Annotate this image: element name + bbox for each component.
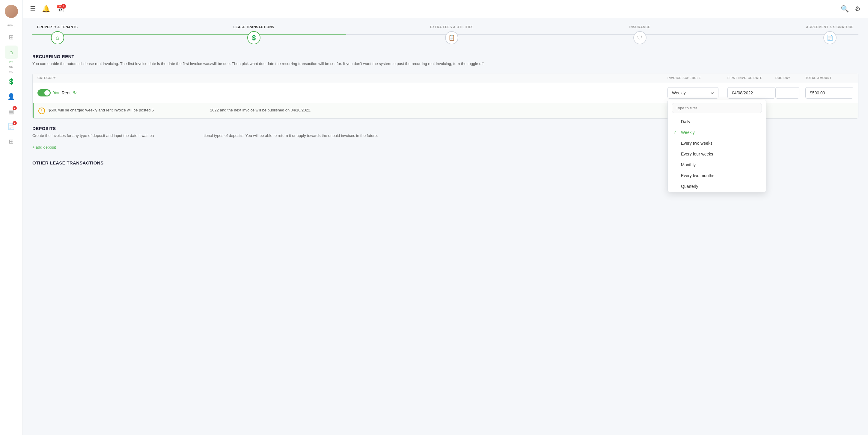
- sidebar-item-reports[interactable]: ▤ ●: [5, 105, 18, 118]
- total-amount-input[interactable]: [805, 87, 853, 99]
- sidebar-item-home[interactable]: ⌂: [5, 45, 18, 59]
- toggle-label: Yes: [53, 91, 59, 95]
- sidebar-label-un: UN: [9, 65, 13, 68]
- option-weekly-label: Weekly: [681, 130, 695, 135]
- step-label-0: PROPERTY & TENANTS: [37, 25, 78, 29]
- total-amount-cell: [805, 87, 853, 99]
- step-circle-4: 📄: [823, 31, 837, 44]
- step-extra-fees[interactable]: EXTRA FEES & UTILITIES 📋: [430, 25, 474, 44]
- recurring-rent-table: CATEGORY INVOICE SCHEDULE FIRST INVOICE …: [32, 73, 859, 119]
- step-circle-2: 📋: [445, 31, 458, 44]
- weekly-check: ✓: [673, 130, 678, 135]
- option-every-two-months-label: Every two months: [681, 173, 714, 178]
- avatar[interactable]: [5, 5, 18, 18]
- progress-steps: PROPERTY & TENANTS ⌂ LEASE TRANSACTIONS …: [32, 25, 859, 44]
- step-circle-1: 💲: [247, 31, 260, 44]
- schedule-dropdown-overlay: Daily ✓ Weekly Every two weeks Every: [668, 100, 766, 192]
- category-cell: Yes Rent ↻: [37, 89, 668, 97]
- option-weekly[interactable]: ✓ Weekly: [668, 127, 766, 138]
- option-every-two-weeks[interactable]: Every two weeks: [668, 138, 766, 148]
- content-area: PROPERTY & TENANTS ⌂ LEASE TRANSACTIONS …: [23, 18, 868, 435]
- toggle-control[interactable]: Yes: [37, 89, 59, 97]
- sidebar: MENU ⊞ ⌂ PT UN KL 💲 👤 ▤ ● 📄 ● ⊞: [0, 0, 23, 435]
- recurring-rent-title: RECURRING RENT: [32, 54, 859, 59]
- main-content: ☰ 🔔 📅 1 🔍 ⚙ PROPERTY & TENANTS ⌂ LEASE T…: [23, 0, 868, 435]
- step-lease-transactions[interactable]: LEASE TRANSACTIONS 💲: [234, 25, 274, 44]
- option-every-two-months[interactable]: Every two months: [668, 170, 766, 181]
- sidebar-item-currency[interactable]: 💲: [5, 75, 18, 88]
- option-every-two-weeks-label: Every two weeks: [681, 141, 712, 145]
- sidebar-item-people[interactable]: 👤: [5, 90, 18, 103]
- sidebar-label-pt: PT: [9, 61, 13, 64]
- invoice-schedule-dropdown[interactable]: Weekly: [668, 87, 718, 99]
- step-label-2: EXTRA FEES & UTILITIES: [430, 25, 474, 29]
- table-row: Yes Rent ↻ Weekly: [33, 83, 858, 103]
- chevron-down-icon: [710, 92, 714, 94]
- recurring-rent-desc: You can enable the automatic lease rent …: [32, 61, 859, 67]
- sidebar-item-grid[interactable]: ⊞: [5, 135, 18, 148]
- col-first-invoice: FIRST INVOICE DATE: [727, 76, 775, 80]
- step-label-1: LEASE TRANSACTIONS: [234, 25, 274, 29]
- step-property-tenants[interactable]: PROPERTY & TENANTS ⌂: [37, 25, 78, 44]
- topbar: ☰ 🔔 📅 1 🔍 ⚙: [23, 0, 868, 18]
- schedule-cell: Weekly Daily: [668, 87, 727, 99]
- first-invoice-date-input[interactable]: [727, 87, 775, 99]
- step-agreement[interactable]: AGREEMENT & SIGNATURE 📄: [806, 25, 854, 44]
- schedule-value: Weekly: [672, 91, 686, 95]
- topbar-right: 🔍 ⚙: [841, 5, 861, 13]
- hamburger-icon[interactable]: ☰: [30, 5, 36, 13]
- rent-label: Rent: [62, 91, 71, 95]
- col-schedule: INVOICE SCHEDULE: [668, 76, 727, 80]
- calendar-badge: 1: [61, 4, 66, 9]
- refresh-icon[interactable]: ↻: [73, 90, 77, 96]
- option-every-four-weeks[interactable]: Every four weeks: [668, 148, 766, 159]
- info-text: $500 will be charged weekly and rent inv…: [49, 107, 311, 113]
- settings-icon[interactable]: ⚙: [855, 5, 861, 13]
- option-quarterly-label: Quarterly: [681, 184, 699, 189]
- col-due-day: DUE DAY: [775, 76, 805, 80]
- option-every-four-weeks-label: Every four weeks: [681, 152, 713, 156]
- documents-badge: ●: [12, 121, 17, 125]
- option-monthly[interactable]: Monthly: [668, 159, 766, 170]
- due-day-cell: [775, 87, 805, 99]
- step-circle-3: 🛡: [633, 31, 647, 44]
- option-quarterly[interactable]: Quarterly: [668, 181, 766, 192]
- sidebar-item-dashboard[interactable]: ⊞: [5, 31, 18, 44]
- steps-line-green: [32, 34, 346, 35]
- warning-icon: !: [38, 107, 45, 114]
- search-icon[interactable]: 🔍: [841, 5, 849, 13]
- step-label-4: AGREEMENT & SIGNATURE: [806, 25, 854, 29]
- step-insurance[interactable]: INSURANCE 🛡: [629, 25, 650, 44]
- step-label-3: INSURANCE: [629, 25, 650, 29]
- notification-icon[interactable]: 🔔: [42, 5, 50, 13]
- dropdown-filter-input[interactable]: [672, 103, 762, 113]
- step-circle-0: ⌂: [51, 31, 64, 44]
- col-total-amount: TOTAL AMOUNT: [805, 76, 853, 80]
- sidebar-item-documents[interactable]: 📄 ●: [5, 120, 18, 133]
- option-monthly-label: Monthly: [681, 162, 696, 167]
- toggle-switch[interactable]: [37, 89, 51, 97]
- option-daily[interactable]: Daily: [668, 116, 766, 127]
- option-daily-label: Daily: [681, 119, 690, 124]
- first-invoice-cell: [727, 87, 775, 99]
- due-day-input[interactable]: [775, 87, 799, 99]
- table-header: CATEGORY INVOICE SCHEDULE FIRST INVOICE …: [33, 73, 858, 83]
- reports-badge: ●: [12, 106, 17, 110]
- calendar-icon[interactable]: 📅 1: [56, 5, 64, 13]
- topbar-left: ☰ 🔔 📅 1: [30, 5, 64, 13]
- sidebar-label-kl: KL: [9, 70, 13, 73]
- col-category: CATEGORY: [37, 76, 668, 80]
- dropdown-filter-area: [668, 100, 766, 116]
- menu-label: MENU: [7, 24, 16, 27]
